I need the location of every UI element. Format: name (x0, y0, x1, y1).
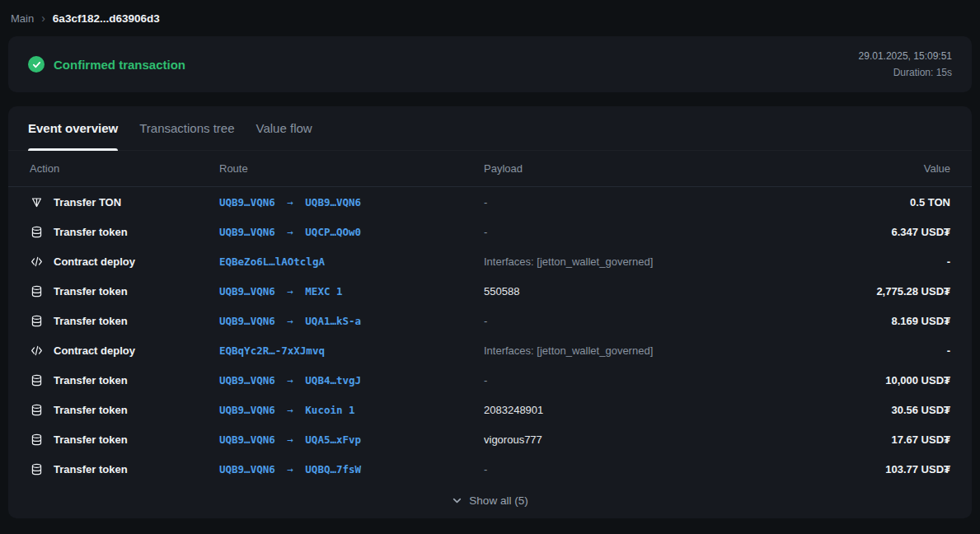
action-cell: Transfer token (30, 462, 219, 476)
tab-bar: Event overviewTransactions treeValue flo… (8, 106, 972, 151)
table-row: Transfer token UQB9…VQN6 → UQA5…xFvp vig… (8, 424, 972, 454)
action-cell: Contract deploy (30, 255, 219, 269)
action-cell: Contract deploy (30, 344, 219, 358)
breadcrumb-separator-icon: › (41, 12, 45, 24)
route-to-link[interactable]: UQCP…QOw0 (305, 226, 361, 238)
duration: Duration: 15s (859, 67, 952, 78)
breadcrumb-current-hash: 6a3cf182...d63906d3 (53, 12, 160, 25)
payload-text: vigorous777 (484, 433, 802, 446)
tab-transactions-tree[interactable]: Transactions tree (139, 106, 234, 150)
route-from-link[interactable]: UQB9…VQN6 (219, 315, 275, 327)
show-all-label: Show all (5) (469, 494, 528, 507)
coins-icon (30, 284, 44, 298)
payload-text: - (484, 374, 802, 386)
route-from-link[interactable]: UQB9…VQN6 (219, 285, 275, 297)
breadcrumb: Main › 6a3cf182...d63906d3 (8, 0, 972, 36)
code-icon (30, 344, 44, 358)
route-from-link[interactable]: UQB9…VQN6 (219, 463, 275, 475)
action-cell: Transfer token (30, 314, 219, 328)
route-from-link[interactable]: UQB9…VQN6 (219, 374, 275, 386)
route-to-link[interactable]: UQB4…tvgJ (305, 374, 361, 386)
column-header-value: Value (802, 162, 950, 175)
event-card: Event overviewTransactions treeValue flo… (8, 106, 972, 518)
page: Main › 6a3cf182...d63906d3 Confirmed tra… (0, 0, 980, 518)
column-header-action: Action (30, 162, 219, 175)
coins-icon (30, 403, 44, 417)
value-text: 17.67 USD₮ (802, 433, 950, 446)
table-row: Contract deploy EQBeZo6L…lAOtclgA Interf… (8, 246, 972, 276)
route-cell: UQB9…VQN6 → UQA5…xFvp (219, 433, 484, 446)
route-arrow-icon: → (287, 374, 293, 386)
route-from-link[interactable]: UQB9…VQN6 (219, 196, 275, 208)
route-arrow-icon: → (287, 196, 293, 208)
value-text: 30.56 USD₮ (802, 404, 950, 416)
action-label: Transfer token (54, 374, 128, 386)
route-cell: UQB9…VQN6 → UQA1…kS-a (219, 315, 484, 327)
breadcrumb-root[interactable]: Main (11, 12, 34, 25)
table-row: Transfer TON UQB9…VQN6 → UQB9…VQN6 - 0.5… (8, 187, 972, 217)
route-to-link[interactable]: MEXC 1 (305, 285, 342, 297)
payload-text: - (484, 226, 802, 238)
route-to-link[interactable]: UQBQ…7fsW (305, 463, 361, 475)
ton-diamond-icon (30, 195, 44, 209)
payload-text: Interfaces: [jetton_wallet_governed] (484, 255, 802, 268)
action-label: Transfer token (54, 285, 128, 297)
column-header-payload: Payload (484, 162, 802, 175)
route-from-link[interactable]: UQB9…VQN6 (219, 226, 275, 238)
route-arrow-icon: → (287, 285, 293, 297)
payload-text: 2083248901 (484, 404, 802, 416)
coins-icon (30, 225, 44, 239)
route-to-link[interactable]: UQA1…kS-a (305, 315, 361, 327)
action-cell: Transfer token (30, 373, 219, 387)
confirmed-check-icon (28, 56, 45, 73)
route-cell: UQB9…VQN6 → UQCP…QOw0 (219, 226, 484, 238)
route-from-link[interactable]: EQBqYc2R…-7xXJmvq (219, 344, 325, 357)
transaction-status-card: Confirmed transaction 29.01.2025, 15:09:… (8, 36, 972, 92)
status-label: Confirmed transaction (54, 58, 185, 72)
action-label: Transfer token (54, 433, 128, 446)
tab-value-flow[interactable]: Value flow (256, 106, 312, 150)
table-row: Transfer token UQB9…VQN6 → UQCP…QOw0 - 6… (8, 217, 972, 246)
coins-icon (30, 314, 44, 328)
table-row: Transfer token UQB9…VQN6 → UQBQ…7fsW - 1… (8, 454, 972, 484)
route-cell: UQB9…VQN6 → Kucoin 1 (219, 404, 484, 416)
action-label: Contract deploy (54, 344, 135, 357)
payload-text: 550588 (484, 285, 802, 297)
status-right: 29.01.2025, 15:09:51 Duration: 15s (859, 50, 952, 78)
tab-event-overview[interactable]: Event overview (28, 106, 118, 150)
value-text: 0.5 TON (802, 196, 950, 208)
action-cell: Transfer TON (30, 195, 219, 209)
value-text: 2,775.28 USD₮ (802, 285, 950, 297)
route-to-link[interactable]: UQA5…xFvp (305, 433, 361, 446)
route-cell: EQBqYc2R…-7xXJmvq (219, 344, 484, 357)
action-cell: Transfer token (30, 433, 219, 447)
action-label: Transfer token (54, 404, 128, 416)
route-from-link[interactable]: EQBeZo6L…lAOtclgA (219, 255, 325, 268)
route-arrow-icon: → (287, 315, 293, 327)
payload-text: - (484, 463, 802, 475)
coins-icon (30, 373, 44, 387)
route-from-link[interactable]: UQB9…VQN6 (219, 433, 275, 446)
coins-icon (30, 462, 44, 476)
show-all-button[interactable]: Show all (5) (8, 484, 972, 517)
table-row: Transfer token UQB9…VQN6 → MEXC 1 550588… (8, 276, 972, 306)
value-text: 10,000 USD₮ (802, 374, 950, 386)
table-row: Transfer token UQB9…VQN6 → UQB4…tvgJ - 1… (8, 365, 972, 395)
action-label: Transfer token (54, 315, 128, 327)
action-cell: Transfer token (30, 225, 219, 239)
action-label: Contract deploy (54, 255, 135, 268)
column-header-route: Route (219, 162, 484, 175)
timestamp: 29.01.2025, 15:09:51 (859, 50, 952, 62)
value-text: 6.347 USD₮ (802, 226, 950, 238)
table-row: Transfer token UQB9…VQN6 → UQA1…kS-a - 8… (8, 306, 972, 335)
route-cell: UQB9…VQN6 → UQB4…tvgJ (219, 374, 484, 386)
value-text: 8.169 USD₮ (802, 315, 950, 327)
route-arrow-icon: → (287, 433, 293, 446)
table-header-row: Action Route Payload Value (8, 151, 972, 187)
route-from-link[interactable]: UQB9…VQN6 (219, 404, 275, 416)
table-body: Transfer TON UQB9…VQN6 → UQB9…VQN6 - 0.5… (8, 187, 972, 484)
route-to-link[interactable]: Kucoin 1 (305, 404, 354, 416)
value-text: - (802, 255, 950, 268)
action-cell: Transfer token (30, 403, 219, 417)
route-to-link[interactable]: UQB9…VQN6 (305, 196, 361, 208)
